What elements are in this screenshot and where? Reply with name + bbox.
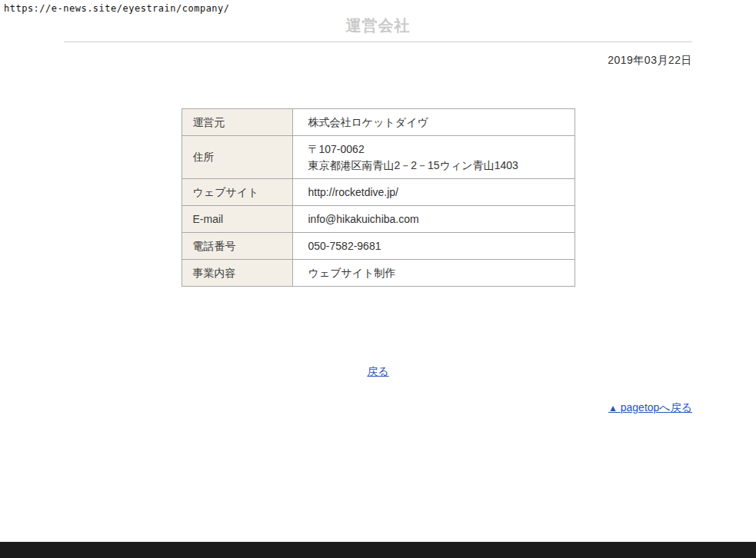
row-value: info@hikakuichiba.com — [292, 206, 574, 233]
row-value: 〒107-0062 東京都港区南青山2－2－15ウィン青山1403 — [292, 136, 574, 179]
row-value: 050-7582-9681 — [292, 233, 574, 260]
table-row: E-mail info@hikakuichiba.com — [182, 206, 574, 233]
table-row: 運営元 株式会社ロケットダイヴ — [182, 109, 574, 136]
pagetop-link-label: pagetopへ戻る — [621, 401, 692, 414]
table-row: 事業内容 ウェブサイト制作 — [182, 260, 574, 287]
date-text: 2019年03月22日 — [64, 54, 692, 67]
back-link[interactable]: 戻る — [367, 365, 388, 377]
row-value: ウェブサイト制作 — [292, 260, 574, 287]
up-triangle-icon: ▲ — [608, 403, 618, 414]
row-label: 住所 — [182, 136, 292, 179]
back-link-row: 戻る — [64, 365, 692, 378]
row-label: 電話番号 — [182, 233, 292, 260]
row-label: E-mail — [182, 206, 292, 233]
company-info-table: 運営元 株式会社ロケットダイヴ 住所 〒107-0062 東京都港区南青山2－2… — [182, 108, 575, 287]
table-row: 住所 〒107-0062 東京都港区南青山2－2－15ウィン青山1403 — [182, 136, 574, 179]
row-label: ウェブサイト — [182, 179, 292, 206]
table-row: ウェブサイト http://rocketdive.jp/ — [182, 179, 574, 206]
row-label: 運営元 — [182, 109, 292, 136]
table-row: 電話番号 050-7582-9681 — [182, 233, 574, 260]
row-value: 株式会社ロケットダイヴ — [292, 109, 574, 136]
row-label: 事業内容 — [182, 260, 292, 287]
page-container: 運営会社 2019年03月22日 運営元 株式会社ロケットダイヴ 住所 〒107… — [64, 0, 692, 415]
footer-bar — [0, 542, 756, 558]
page-title: 運営会社 — [64, 18, 692, 34]
url-annotation: https://e-news.site/eyestrain/company/ — [4, 3, 230, 14]
row-value: http://rocketdive.jp/ — [292, 179, 574, 206]
pagetop-link[interactable]: ▲ pagetopへ戻る — [608, 401, 692, 414]
pagetop-row: ▲ pagetopへ戻る — [64, 401, 692, 415]
